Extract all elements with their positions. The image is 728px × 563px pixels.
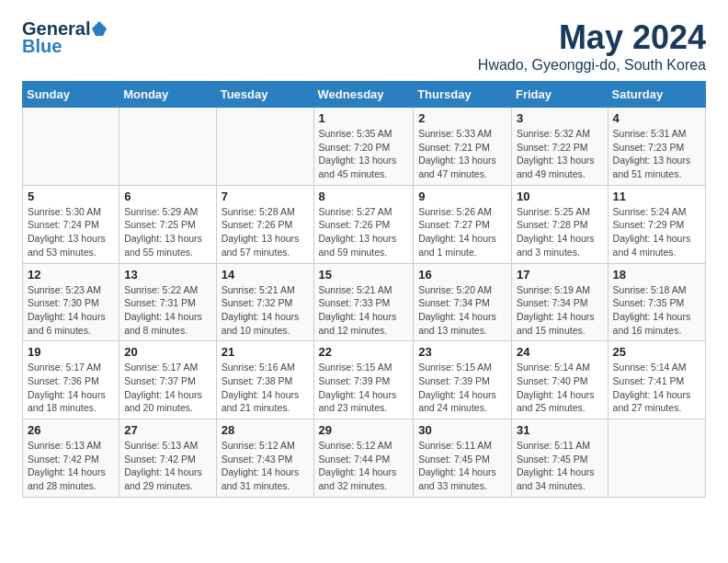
page-header: General Blue May 2024 Hwado, Gyeonggi-do…	[22, 18, 706, 74]
calendar-cell: 14Sunrise: 5:21 AMSunset: 7:32 PMDayligh…	[216, 263, 313, 341]
day-number: 24	[517, 345, 603, 359]
day-number: 26	[28, 423, 114, 437]
cell-sun-info: Sunrise: 5:23 AMSunset: 7:30 PMDaylight:…	[28, 283, 114, 338]
day-number: 30	[418, 423, 506, 437]
calendar-cell: 21Sunrise: 5:16 AMSunset: 7:38 PMDayligh…	[216, 341, 313, 419]
cell-sun-info: Sunrise: 5:12 AMSunset: 7:44 PMDaylight:…	[319, 439, 409, 493]
cell-sun-info: Sunrise: 5:27 AMSunset: 7:26 PMDaylight:…	[319, 205, 409, 259]
cell-sun-info: Sunrise: 5:33 AMSunset: 7:21 PMDaylight:…	[418, 127, 506, 181]
day-number: 25	[613, 345, 700, 359]
calendar-week-row: 12Sunrise: 5:23 AMSunset: 7:30 PMDayligh…	[23, 263, 706, 341]
calendar-week-row: 26Sunrise: 5:13 AMSunset: 7:42 PMDayligh…	[23, 419, 706, 498]
cell-sun-info: Sunrise: 5:21 AMSunset: 7:32 PMDaylight:…	[222, 283, 309, 338]
day-of-week-header: Friday	[511, 82, 608, 108]
day-number: 12	[28, 268, 114, 282]
month-title: May 2024	[478, 18, 706, 57]
cell-sun-info: Sunrise: 5:13 AMSunset: 7:42 PMDaylight:…	[124, 439, 210, 493]
calendar-cell: 22Sunrise: 5:15 AMSunset: 7:39 PMDayligh…	[313, 341, 414, 419]
cell-sun-info: Sunrise: 5:20 AMSunset: 7:34 PMDaylight:…	[418, 283, 506, 338]
calendar-cell	[119, 108, 216, 186]
calendar-cell: 10Sunrise: 5:25 AMSunset: 7:28 PMDayligh…	[511, 185, 608, 263]
day-number: 10	[517, 190, 603, 203]
day-number: 20	[124, 345, 210, 359]
calendar-cell: 11Sunrise: 5:24 AMSunset: 7:29 PMDayligh…	[608, 185, 705, 263]
calendar-cell: 26Sunrise: 5:13 AMSunset: 7:42 PMDayligh…	[23, 419, 119, 498]
calendar-cell: 1Sunrise: 5:35 AMSunset: 7:20 PMDaylight…	[313, 108, 414, 186]
calendar-cell: 27Sunrise: 5:13 AMSunset: 7:42 PMDayligh…	[119, 419, 216, 498]
day-number: 19	[28, 345, 114, 359]
day-number: 5	[28, 190, 114, 203]
cell-sun-info: Sunrise: 5:11 AMSunset: 7:45 PMDaylight:…	[418, 439, 506, 493]
calendar-cell: 6Sunrise: 5:29 AMSunset: 7:25 PMDaylight…	[119, 185, 216, 263]
calendar-cell	[23, 108, 119, 186]
day-number: 31	[517, 423, 603, 437]
day-number: 9	[418, 190, 506, 203]
cell-sun-info: Sunrise: 5:29 AMSunset: 7:25 PMDaylight:…	[124, 205, 210, 259]
day-number: 22	[319, 345, 409, 359]
logo-blue-text: Blue	[22, 36, 62, 57]
cell-sun-info: Sunrise: 5:25 AMSunset: 7:28 PMDaylight:…	[517, 205, 603, 259]
calendar-cell: 25Sunrise: 5:14 AMSunset: 7:41 PMDayligh…	[608, 341, 705, 419]
logo-icon	[91, 20, 108, 37]
calendar-cell: 5Sunrise: 5:30 AMSunset: 7:24 PMDaylight…	[23, 185, 119, 263]
day-of-week-header: Tuesday	[216, 82, 313, 108]
cell-sun-info: Sunrise: 5:19 AMSunset: 7:34 PMDaylight:…	[517, 283, 603, 338]
cell-sun-info: Sunrise: 5:32 AMSunset: 7:22 PMDaylight:…	[517, 127, 603, 181]
calendar-cell: 24Sunrise: 5:14 AMSunset: 7:40 PMDayligh…	[511, 341, 608, 419]
calendar-week-row: 1Sunrise: 5:35 AMSunset: 7:20 PMDaylight…	[23, 108, 706, 186]
day-number: 17	[517, 268, 603, 282]
day-number: 4	[613, 111, 700, 125]
calendar-header-row: SundayMondayTuesdayWednesdayThursdayFrid…	[23, 82, 706, 108]
cell-sun-info: Sunrise: 5:18 AMSunset: 7:35 PMDaylight:…	[613, 283, 700, 338]
calendar-cell: 18Sunrise: 5:18 AMSunset: 7:35 PMDayligh…	[608, 263, 705, 341]
cell-sun-info: Sunrise: 5:30 AMSunset: 7:24 PMDaylight:…	[28, 205, 114, 259]
day-number: 8	[319, 190, 409, 203]
calendar-cell: 20Sunrise: 5:17 AMSunset: 7:37 PMDayligh…	[119, 341, 216, 419]
calendar-table: SundayMondayTuesdayWednesdayThursdayFrid…	[22, 81, 706, 498]
calendar-week-row: 5Sunrise: 5:30 AMSunset: 7:24 PMDaylight…	[23, 185, 706, 263]
calendar-cell	[608, 419, 705, 498]
calendar-cell: 8Sunrise: 5:27 AMSunset: 7:26 PMDaylight…	[313, 185, 414, 263]
day-number: 28	[222, 423, 309, 437]
calendar-cell	[216, 108, 313, 186]
calendar-cell: 3Sunrise: 5:32 AMSunset: 7:22 PMDaylight…	[511, 108, 608, 186]
day-number: 13	[124, 268, 210, 282]
calendar-title-area: May 2024 Hwado, Gyeonggi-do, South Korea	[478, 18, 706, 74]
day-number: 21	[222, 345, 309, 359]
calendar-cell: 16Sunrise: 5:20 AMSunset: 7:34 PMDayligh…	[414, 263, 512, 341]
calendar-cell: 7Sunrise: 5:28 AMSunset: 7:26 PMDaylight…	[216, 185, 313, 263]
calendar-cell: 12Sunrise: 5:23 AMSunset: 7:30 PMDayligh…	[23, 263, 119, 341]
day-of-week-header: Wednesday	[313, 82, 414, 108]
day-number: 14	[222, 268, 309, 282]
cell-sun-info: Sunrise: 5:14 AMSunset: 7:40 PMDaylight:…	[517, 361, 603, 415]
cell-sun-info: Sunrise: 5:17 AMSunset: 7:37 PMDaylight:…	[124, 361, 210, 415]
day-number: 27	[124, 423, 210, 437]
cell-sun-info: Sunrise: 5:12 AMSunset: 7:43 PMDaylight:…	[222, 439, 309, 493]
cell-sun-info: Sunrise: 5:15 AMSunset: 7:39 PMDaylight:…	[418, 361, 506, 415]
svg-marker-0	[92, 21, 107, 36]
logo: General Blue	[22, 18, 108, 57]
cell-sun-info: Sunrise: 5:16 AMSunset: 7:38 PMDaylight:…	[222, 361, 309, 415]
calendar-week-row: 19Sunrise: 5:17 AMSunset: 7:36 PMDayligh…	[23, 341, 706, 419]
cell-sun-info: Sunrise: 5:14 AMSunset: 7:41 PMDaylight:…	[613, 361, 700, 415]
calendar-cell: 2Sunrise: 5:33 AMSunset: 7:21 PMDaylight…	[414, 108, 512, 186]
calendar-cell: 23Sunrise: 5:15 AMSunset: 7:39 PMDayligh…	[414, 341, 512, 419]
cell-sun-info: Sunrise: 5:31 AMSunset: 7:23 PMDaylight:…	[613, 127, 700, 181]
day-of-week-header: Sunday	[23, 82, 119, 108]
calendar-cell: 19Sunrise: 5:17 AMSunset: 7:36 PMDayligh…	[23, 341, 119, 419]
day-number: 29	[319, 423, 409, 437]
day-of-week-header: Monday	[119, 82, 216, 108]
cell-sun-info: Sunrise: 5:13 AMSunset: 7:42 PMDaylight:…	[28, 439, 114, 493]
day-number: 16	[418, 268, 506, 282]
day-number: 11	[613, 190, 700, 203]
cell-sun-info: Sunrise: 5:21 AMSunset: 7:33 PMDaylight:…	[319, 283, 409, 338]
day-number: 18	[613, 268, 700, 282]
calendar-cell: 9Sunrise: 5:26 AMSunset: 7:27 PMDaylight…	[414, 185, 512, 263]
calendar-cell: 29Sunrise: 5:12 AMSunset: 7:44 PMDayligh…	[313, 419, 414, 498]
calendar-cell: 28Sunrise: 5:12 AMSunset: 7:43 PMDayligh…	[216, 419, 313, 498]
day-number: 7	[222, 190, 309, 203]
day-number: 2	[418, 111, 506, 125]
calendar-cell: 4Sunrise: 5:31 AMSunset: 7:23 PMDaylight…	[608, 108, 705, 186]
day-number: 3	[517, 111, 603, 125]
cell-sun-info: Sunrise: 5:24 AMSunset: 7:29 PMDaylight:…	[613, 205, 700, 259]
